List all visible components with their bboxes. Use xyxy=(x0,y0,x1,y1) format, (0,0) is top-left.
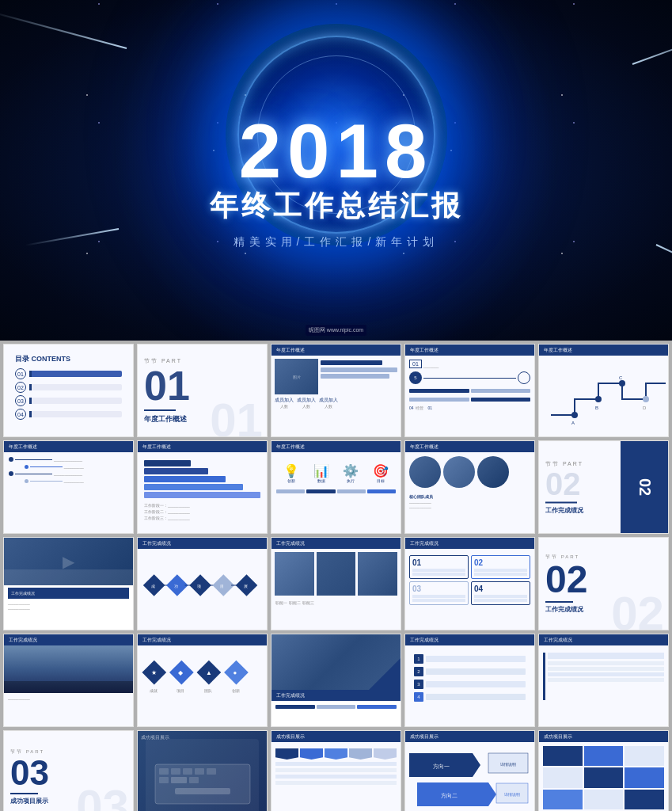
slide-14-four-items[interactable]: 工作完成绩况 01 02 03 04 xyxy=(404,537,535,630)
svg-text:D: D xyxy=(643,406,647,410)
slide-2-part01[interactable]: 节节 PART 01 年度工作概述 01 xyxy=(137,344,268,437)
tab-items: 1 2 3 4 xyxy=(409,649,530,706)
hero-title-sub: 精美实用/工作汇报/新年计划 xyxy=(233,235,439,249)
svg-rect-39 xyxy=(207,768,216,775)
slide17-header: 工作完成绩况 xyxy=(138,634,267,645)
diamond-icons-svg: ★ ◆ ▲ ● 成就 项目 团队 创新 xyxy=(142,654,263,698)
grid-row-4: 工作完成绩况 __________ 工作完成绩况 ★ ◆ ▲ xyxy=(3,634,669,727)
keyboard-label: 成功项目展示 xyxy=(141,734,169,741)
watermark-bar: 昵图网 www.nipic.com xyxy=(0,325,672,336)
slide19-header: 工作完成绩况 xyxy=(405,634,534,645)
svg-rect-41 xyxy=(171,777,187,783)
thumbnail-grid: 目录 CONTENTS 01 02 03 04 xyxy=(0,341,672,811)
lightbulb-icon: 💡 xyxy=(283,463,299,478)
grid-row-3: 工作完成绩况 __________ __________ 工作完成绩况 成 功 … xyxy=(3,537,669,630)
svg-text:C: C xyxy=(619,375,623,380)
grid-row-1: 目录 CONTENTS 01 02 03 04 xyxy=(3,344,669,437)
svg-rect-38 xyxy=(195,768,204,775)
slide12-header: 工作完成绩况 xyxy=(138,538,267,549)
svg-text:成就: 成就 xyxy=(150,688,158,693)
slide-1-contents[interactable]: 目录 CONTENTS 01 02 03 04 xyxy=(3,344,134,437)
chart-icon: 📊 xyxy=(313,463,329,478)
gear-icon: ⚙️ xyxy=(343,463,359,478)
zigzag-svg: A B C D xyxy=(543,360,666,427)
slide-25-grid-table[interactable]: 成功项目展示 xyxy=(538,730,669,811)
slide-15-part02[interactable]: 节节 PART 02 工作完成绩况 02 xyxy=(538,537,669,630)
svg-text:成: 成 xyxy=(151,584,155,588)
slide-8-icons[interactable]: 年度工作概述 💡 创新 📊 数据 ⚙️ 执行 🎯 目标 xyxy=(271,440,401,534)
slide5-header: 年度工作概述 xyxy=(539,345,668,356)
slide-21-part03[interactable]: 节节 PART 03 成功项目展示 03 xyxy=(3,730,134,811)
slide-4-numbers[interactable]: 年度工作概述 01 _______ 5 04 xyxy=(404,344,535,437)
slide25-header: 成功项目展示 xyxy=(539,731,668,742)
svg-text:●: ● xyxy=(233,669,237,676)
slide-19-numbered-list[interactable]: 工作完成绩况 1 2 3 4 xyxy=(404,634,535,727)
slide23-header: 成功项目展示 xyxy=(271,731,401,742)
arrows-flags-svg: 方向一 方向二 详情说明 详情说明 xyxy=(409,749,532,811)
slide6-header: 年度工作概述 xyxy=(4,441,133,452)
svg-text:★: ★ xyxy=(151,669,157,676)
svg-text:◆: ◆ xyxy=(178,669,184,676)
slide-12-diamonds[interactable]: 工作完成绩况 成 功 项 目 展 xyxy=(137,537,268,630)
svg-rect-35 xyxy=(159,768,169,775)
svg-rect-43 xyxy=(175,788,230,794)
num-badge: 5 xyxy=(409,371,422,384)
svg-text:▲: ▲ xyxy=(206,669,212,676)
hero-section: 2018 年终工作总结汇报 精美实用/工作汇报/新年计划 昵图网 www.nip… xyxy=(0,0,672,341)
svg-text:项: 项 xyxy=(197,584,201,588)
slide-3-diagram[interactable]: 年度工作概述 图片 成员加入 人数 xyxy=(271,344,401,437)
diamond-chain-svg: 成 功 项 目 展 xyxy=(142,562,262,609)
contents-header: 目录 CONTENTS xyxy=(9,349,128,366)
svg-text:展: 展 xyxy=(244,584,248,588)
slide20-header: 工作完成绩况 xyxy=(539,634,668,645)
contents-item-4: 04 xyxy=(15,409,122,420)
slide3-photo: 图片 xyxy=(275,359,318,394)
svg-text:创新: 创新 xyxy=(232,688,240,693)
slide3-header: 年度工作概述 xyxy=(271,345,401,356)
svg-rect-37 xyxy=(183,768,192,775)
part02-sidebar: 02 xyxy=(621,441,668,533)
slide-20-flag-text[interactable]: 工作完成绩况 xyxy=(538,634,669,727)
svg-text:A: A xyxy=(571,421,575,425)
svg-point-0 xyxy=(571,412,578,418)
slide-24-arrows-diagram[interactable]: 成功项目展示 方向一 方向二 详情说明 详情说明 xyxy=(404,730,535,811)
slide-23-colored-tabs[interactable]: 成功项目展示 xyxy=(271,730,401,811)
keyboard-svg xyxy=(151,756,254,811)
svg-rect-42 xyxy=(189,777,199,783)
contents-item-2: 02 xyxy=(15,382,122,393)
team-photo-2 xyxy=(443,456,475,488)
slide-18-biz-photo[interactable]: 工作完成绩况 xyxy=(271,634,401,727)
svg-text:方向二: 方向二 xyxy=(441,793,457,798)
slide14-header: 工作完成绩况 xyxy=(405,538,534,549)
slide11-photo-area xyxy=(4,538,133,585)
sunset-photo xyxy=(4,645,133,693)
slide4-header: 年度工作概述 xyxy=(405,345,534,356)
slide-7-stair[interactable]: 年度工作概述 工作阶段一：__________ 工作阶段二：__________… xyxy=(137,440,268,534)
slide7-header: 年度工作概述 xyxy=(138,441,267,452)
slide-22-keyboard[interactable]: 成功项目展示 xyxy=(137,730,268,811)
slide13-header: 工作完成绩况 xyxy=(271,538,401,549)
slide-17-diamonds-text[interactable]: 工作完成绩况 ★ ◆ ▲ ● 成就 项目 团队 创 xyxy=(137,634,268,727)
slide-6-connector[interactable]: 年度工作概述 _____________ _________ xyxy=(3,440,134,534)
slide-13-team-photo[interactable]: 工作完成绩况 职能一 职能二 职能三 xyxy=(271,537,401,630)
svg-text:B: B xyxy=(595,406,598,410)
svg-text:团队: 团队 xyxy=(204,688,212,693)
slide-11-photo[interactable]: 工作完成绩况 __________ __________ xyxy=(3,537,134,630)
grid-row-5: 节节 PART 03 成功项目展示 03 成功项目展示 xyxy=(3,730,669,811)
watermark-text: 昵图网 www.nipic.com xyxy=(306,325,366,336)
svg-point-1 xyxy=(595,396,602,402)
slide24-header: 成功项目展示 xyxy=(405,731,534,742)
svg-rect-40 xyxy=(159,777,169,783)
slide-10-part02banner[interactable]: 节节 PART 02 工作完成绩况 02 xyxy=(538,440,669,534)
hero-title-main: 年终工作总结汇报 xyxy=(210,187,463,226)
slide-16-photo-sunset[interactable]: 工作完成绩况 __________ xyxy=(3,634,134,727)
biz-photo xyxy=(271,634,401,690)
svg-text:方向一: 方向一 xyxy=(433,763,450,769)
year-display: 2018 xyxy=(239,108,434,195)
svg-text:详情说明: 详情说明 xyxy=(504,792,520,797)
svg-point-2 xyxy=(619,380,625,386)
slide-9-team[interactable]: 年度工作概述 核心团队成员 __________ __________ xyxy=(404,440,535,534)
part-number: 01 xyxy=(144,365,190,406)
target-icon: 🎯 xyxy=(373,463,389,478)
slide-5-zigzag[interactable]: 年度工作概述 A B C D xyxy=(538,344,669,437)
